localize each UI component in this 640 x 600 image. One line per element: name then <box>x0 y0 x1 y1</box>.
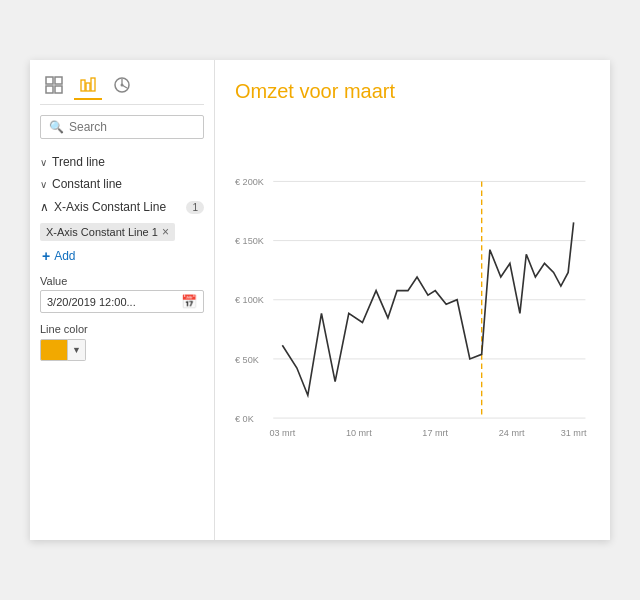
svg-rect-0 <box>46 77 53 84</box>
svg-rect-1 <box>55 77 62 84</box>
tag-chip-label: X-Axis Constant Line 1 <box>46 226 158 238</box>
chevron-constant-icon: ∨ <box>40 179 47 190</box>
section-constant-line[interactable]: ∨ Constant line <box>40 173 204 195</box>
chart-title: Omzet voor maart <box>235 80 590 103</box>
svg-text:€ 0K: € 0K <box>235 414 254 424</box>
right-panel: Omzet voor maart € 200K € 150K € 100K € … <box>215 60 610 540</box>
tab-row <box>40 72 204 105</box>
chart-area: € 200K € 150K € 100K € 50K € 0K 03 mrt 1… <box>235 115 590 530</box>
svg-text:€ 200K: € 200K <box>235 177 264 187</box>
date-input-row[interactable]: 📅 <box>40 290 204 313</box>
tab-analytics-icon[interactable] <box>108 72 136 100</box>
main-container: 🔍 ∨ Trend line ∨ Constant line ∧ X-Axis … <box>30 60 610 540</box>
svg-text:10 mrt: 10 mrt <box>346 428 372 438</box>
chevron-trend-icon: ∨ <box>40 157 47 168</box>
value-label: Value <box>40 275 204 287</box>
add-button[interactable]: + Add <box>42 245 204 267</box>
svg-text:€ 100K: € 100K <box>235 295 264 305</box>
svg-text:17 mrt: 17 mrt <box>422 428 448 438</box>
date-value-input[interactable] <box>47 296 177 308</box>
x-axis-constant-line-label: X-Axis Constant Line <box>54 200 166 214</box>
svg-rect-5 <box>86 83 90 91</box>
tab-grid-icon[interactable] <box>40 72 68 100</box>
trend-line-label: Trend line <box>52 155 105 169</box>
tag-row: X-Axis Constant Line 1 × <box>40 223 204 241</box>
color-swatch-row: ▼ <box>40 339 204 361</box>
search-icon: 🔍 <box>49 120 64 134</box>
svg-text:€ 150K: € 150K <box>235 236 264 246</box>
plus-icon: + <box>42 248 50 264</box>
svg-point-8 <box>121 84 124 87</box>
svg-rect-4 <box>81 80 85 91</box>
section-x-axis-constant-line[interactable]: ∧ X-Axis Constant Line 1 <box>40 197 204 217</box>
svg-rect-3 <box>55 86 62 93</box>
line-color-label: Line color <box>40 323 204 335</box>
search-input[interactable] <box>69 120 195 134</box>
tag-chip-x-axis-1[interactable]: X-Axis Constant Line 1 × <box>40 223 175 241</box>
svg-text:03 mrt: 03 mrt <box>269 428 295 438</box>
left-panel: 🔍 ∨ Trend line ∨ Constant line ∧ X-Axis … <box>30 60 215 540</box>
calendar-icon[interactable]: 📅 <box>181 294 197 309</box>
svg-rect-6 <box>91 78 95 91</box>
svg-text:€ 50K: € 50K <box>235 355 259 365</box>
chart-svg: € 200K € 150K € 100K € 50K € 0K 03 mrt 1… <box>235 115 590 530</box>
add-label: Add <box>54 249 75 263</box>
svg-text:31 mrt: 31 mrt <box>561 428 587 438</box>
svg-text:24 mrt: 24 mrt <box>499 428 525 438</box>
x-axis-header-left: ∧ X-Axis Constant Line <box>40 200 166 214</box>
search-box[interactable]: 🔍 <box>40 115 204 139</box>
color-dropdown-button[interactable]: ▼ <box>68 339 86 361</box>
chevron-x-axis-icon: ∧ <box>40 200 49 214</box>
tag-remove-icon[interactable]: × <box>162 226 169 238</box>
color-swatch[interactable] <box>40 339 68 361</box>
svg-rect-2 <box>46 86 53 93</box>
x-axis-badge: 1 <box>186 201 204 214</box>
tab-format-icon[interactable] <box>74 72 102 100</box>
constant-line-label: Constant line <box>52 177 122 191</box>
section-trend-line[interactable]: ∨ Trend line <box>40 151 204 173</box>
